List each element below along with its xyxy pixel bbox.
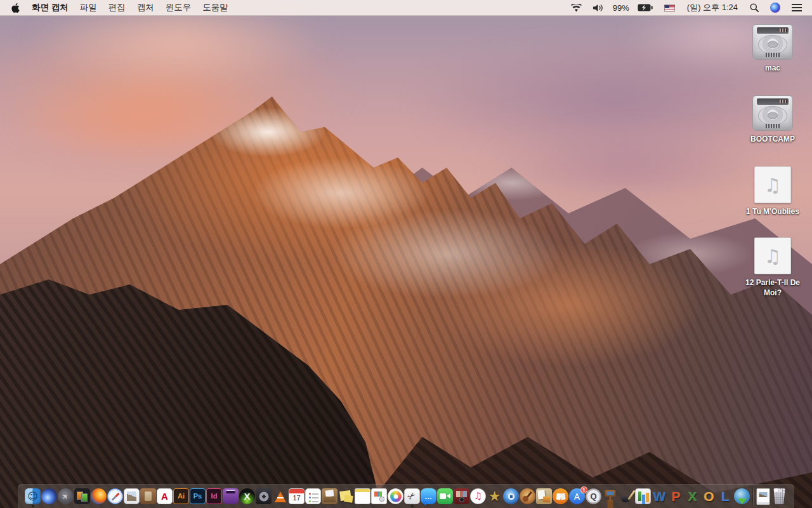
word-glyph: W [653, 490, 666, 503]
dock-unarchiver[interactable] [322, 486, 338, 507]
dock-appstore[interactable]: A1 [569, 486, 586, 507]
dock-notes[interactable] [355, 486, 371, 507]
discapp-icon [256, 488, 272, 504]
garageband-icon [520, 488, 535, 504]
dock-discapp[interactable] [256, 486, 272, 507]
dock-indesign[interactable]: Id [206, 486, 223, 507]
grab-glyph: ✂ [406, 490, 418, 503]
drive-vents [766, 53, 780, 57]
dock-garageband[interactable] [520, 486, 536, 507]
dock-reminders[interactable] [305, 486, 322, 507]
keynote-icon [602, 488, 618, 504]
hard-drive-icon [752, 24, 793, 60]
acrobat-icon: A [157, 488, 173, 504]
photobooth-icon [454, 488, 469, 504]
dock-safari[interactable] [107, 486, 124, 507]
menu-item-0[interactable]: 파일 [80, 2, 97, 13]
dock-xapp[interactable]: X [239, 486, 256, 507]
dock-collage[interactable] [536, 486, 553, 507]
dock-photos[interactable] [388, 486, 404, 507]
dock-finder[interactable]: ☺ [25, 486, 41, 507]
desktop-icon-audio1[interactable]: ♫1 Tu M'Oublies [736, 166, 809, 217]
dock-contacts[interactable] [140, 486, 157, 507]
desktop-icon-bootcamp[interactable]: BOOTCAMP [736, 95, 809, 144]
dock-quicktime[interactable]: Q [586, 486, 602, 507]
outlook-glyph: O [704, 490, 714, 503]
siri-menubar-icon[interactable] [770, 3, 780, 13]
dock-idvd[interactable]: ★ [487, 486, 503, 507]
dock-photoshop[interactable]: Ps [190, 486, 206, 507]
illustrator-icon: Ai [173, 488, 189, 504]
battery-charging-icon[interactable] [638, 4, 653, 11]
apple-menu-icon[interactable] [11, 3, 20, 13]
appstore-glyph: A [574, 492, 580, 501]
dock-toast[interactable] [223, 486, 239, 507]
menu-bar-left: 화면 캡처 파일편집캡처윈도우도움말 [6, 2, 234, 13]
input-source-flag-icon[interactable] [664, 4, 675, 11]
spotlight-search-icon[interactable] [750, 3, 759, 12]
menu-item-2[interactable]: 캡처 [137, 2, 154, 13]
dock-displays[interactable] [74, 486, 91, 507]
dock-photobooth[interactable] [454, 486, 470, 507]
msupdate-icon [734, 488, 750, 504]
dock-excel[interactable]: X [684, 486, 701, 507]
dock-pages09[interactable] [619, 486, 635, 507]
desktop-icon-audio2[interactable]: ♫12 Parle-T-Il De Moi? [736, 237, 809, 298]
audio-file-icon: ♫ [754, 237, 791, 274]
contacts-icon [140, 488, 156, 504]
pages09-icon [619, 488, 634, 504]
dock-stickies[interactable] [338, 486, 355, 507]
unarchiver-icon [322, 488, 337, 504]
active-app-name[interactable]: 화면 캡처 [32, 2, 69, 13]
dock-keynote[interactable] [602, 486, 619, 507]
dock-firefox[interactable] [91, 486, 107, 507]
dock-docfile[interactable] [755, 486, 771, 507]
menu-item-3[interactable]: 윈도우 [166, 2, 192, 13]
powerpoint-icon: P [668, 488, 684, 504]
dock-launchpad[interactable]: ✈ [58, 486, 74, 507]
dock-calendar[interactable]: 17 [289, 486, 305, 507]
excel-glyph: X [688, 490, 697, 503]
indesign-icon: Id [206, 488, 222, 504]
desktop-icon-label: 12 Parle-T-Il De Moi? [736, 277, 809, 298]
word-icon: W [652, 488, 667, 504]
menu-bar-clock[interactable]: (일) 오후 1:24 [687, 2, 738, 13]
dock-numbers09[interactable] [635, 486, 652, 507]
messages-icon: … [421, 488, 436, 504]
dock-ibooks[interactable] [553, 486, 569, 507]
desktop-icon-mac[interactable]: mac [736, 24, 809, 73]
menu-item-4[interactable]: 도움말 [202, 2, 228, 13]
dock-msupdate[interactable] [734, 486, 750, 507]
dock-itunes[interactable]: ♫ [470, 486, 487, 507]
volume-icon[interactable] [593, 4, 605, 12]
dock-messages[interactable]: … [421, 486, 437, 507]
notification-center-icon[interactable] [792, 4, 802, 11]
outlook-icon: O [701, 488, 717, 504]
toast-icon [223, 488, 239, 504]
dock-powerpoint[interactable]: P [668, 486, 684, 507]
wifi-icon[interactable] [571, 4, 582, 12]
dock-vlc[interactable] [272, 486, 289, 507]
dock-lync[interactable]: L [717, 486, 734, 507]
dock-grab[interactable]: ✂ [404, 486, 421, 507]
ibooks-icon [553, 488, 568, 504]
dock-illustrator[interactable]: Ai [173, 486, 190, 507]
dock: ☺✈AAiPsIdX17✂…♫★A1QWPXOL [18, 485, 794, 508]
dock-facetime[interactable] [437, 486, 454, 507]
music-note-icon: ♫ [764, 174, 782, 196]
battery-percent: 99% [613, 3, 629, 13]
dock-siri[interactable] [41, 486, 58, 507]
desktop-icons: macBOOTCAMP♫1 Tu M'Oublies♫12 Parle-T-Il… [736, 24, 809, 354]
dock-preview[interactable] [124, 486, 140, 507]
dock-acrobat[interactable]: A [157, 486, 173, 507]
dock-dvdplayer[interactable] [503, 486, 520, 507]
dock-outlook[interactable]: O [701, 486, 717, 507]
dock-word[interactable]: W [652, 486, 668, 507]
installdoc-icon [371, 488, 387, 504]
dock-trash[interactable] [771, 486, 788, 507]
dock-installdoc[interactable] [371, 486, 388, 507]
siri-icon [41, 488, 57, 504]
quicktime-glyph: Q [590, 492, 596, 500]
powerpoint-glyph: P [671, 490, 680, 503]
menu-item-1[interactable]: 편집 [108, 2, 126, 13]
